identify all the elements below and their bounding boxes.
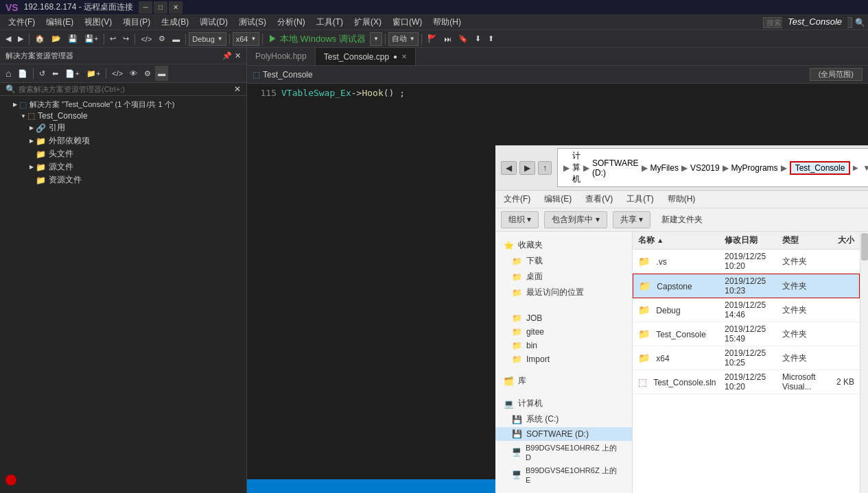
file-row-debug[interactable]: 📁 Debug 2019/12/25 14:46 文件夹 xyxy=(633,298,860,322)
tree-solution[interactable]: ▶ ⬚ 解决方案 "Test_Console" (1 个项目/共 1 个) xyxy=(0,99,246,110)
menu-debug[interactable]: 调试(D) xyxy=(194,15,233,30)
fb-path-expand-dropdown[interactable]: ▼ xyxy=(863,163,868,173)
menu-window[interactable]: 窗口(W) xyxy=(387,15,427,30)
fb-path-vs2019[interactable]: VS2019 xyxy=(690,163,720,173)
fb-menu-file[interactable]: 文件(F) xyxy=(501,192,533,206)
tab-testconsole[interactable]: Test_Console.cpp ● ✕ xyxy=(316,48,416,65)
run-dropdown[interactable]: ▼ xyxy=(370,32,382,46)
file-row-testconsole[interactable]: 📁 Test_Console 2019/12/25 15:49 文件夹 xyxy=(633,322,860,346)
fb-up-button[interactable]: ↑ xyxy=(538,161,552,175)
fb-menu-view[interactable]: 查看(V) xyxy=(583,192,615,206)
scope-selector[interactable]: (全局范围) xyxy=(810,68,863,81)
menu-build[interactable]: 生成(B) xyxy=(156,15,194,30)
fb-nav-network-e[interactable]: 🖥️ B99DGVS4E1OHR6Z 上的 E xyxy=(495,464,632,486)
sidebar-tb-refresh[interactable]: ↺ xyxy=(36,66,48,81)
col-size-header[interactable]: 大小 xyxy=(825,235,854,246)
tab-close-icon[interactable]: ✕ xyxy=(401,53,407,60)
sidebar-search-clear[interactable]: ✕ xyxy=(234,84,241,94)
col-name-header[interactable]: 名称 ▲ xyxy=(638,235,725,246)
menu-project[interactable]: 项目(P) xyxy=(117,15,156,30)
redo-button[interactable]: ↪ xyxy=(120,32,132,47)
platform-dropdown[interactable]: x64 ▼ xyxy=(233,32,260,46)
fb-selected-path[interactable]: Test_Console xyxy=(790,161,851,175)
home-button[interactable]: 🏠 xyxy=(32,32,47,47)
debug-config-dropdown[interactable]: Debug ▼ xyxy=(189,32,226,46)
sidebar-tb-collapse[interactable]: ⬅ xyxy=(49,66,61,81)
file-row-capstone[interactable]: 📁 Capstone 2019/12/25 10:23 文件夹 xyxy=(633,274,860,298)
fb-path-myprograms[interactable]: MyPrograms xyxy=(731,163,778,173)
step-out-button[interactable]: ⬆ xyxy=(485,32,497,47)
open-file-button[interactable]: 📂 xyxy=(49,32,64,47)
fb-menu-help[interactable]: 帮助(H) xyxy=(665,192,699,206)
close-button[interactable]: ✕ xyxy=(169,1,183,14)
fb-nav-bin[interactable]: 📁 bin xyxy=(495,339,632,352)
menu-test[interactable]: 测试(S) xyxy=(233,15,272,30)
tree-resources[interactable]: 📁 资源文件 xyxy=(0,173,246,187)
fb-back-button[interactable]: ◀ xyxy=(501,161,517,175)
save-button[interactable]: 💾 xyxy=(65,32,80,47)
sidebar-tb-code[interactable]: </> xyxy=(109,66,126,81)
menu-tools[interactable]: 工具(T) xyxy=(311,15,349,30)
maximize-button[interactable]: □ xyxy=(154,1,167,14)
undo-button[interactable]: ↩ xyxy=(107,32,119,47)
tree-sources[interactable]: ▶ 📁 源文件 xyxy=(0,160,246,173)
close-sidebar-icon[interactable]: ✕ xyxy=(235,51,241,60)
fb-nav-job[interactable]: 📁 JOB xyxy=(495,311,632,325)
fb-nav-c-drive[interactable]: 💾 系统 (C:) xyxy=(495,411,632,427)
menu-help[interactable]: 帮助(H) xyxy=(427,15,467,30)
fb-include-library-button[interactable]: 包含到库中 ▾ xyxy=(544,211,607,228)
file-row-sln[interactable]: ⬚ Test_Console.sln 2019/12/25 10:20 Micr… xyxy=(633,370,860,394)
fb-nav-d-drive[interactable]: 💾 SOFTWARE (D:) xyxy=(495,427,632,441)
more-button[interactable]: ▬ xyxy=(169,32,183,47)
fb-path-software[interactable]: SOFTWARE (D:) xyxy=(592,158,639,178)
pin-icon[interactable]: 📌 xyxy=(222,51,232,60)
tree-references[interactable]: ▶ 🔗 引用 xyxy=(0,121,246,134)
file-row-x64[interactable]: 📁 x64 2019/12/25 10:25 文件夹 xyxy=(633,346,860,370)
fb-path-myfiles[interactable]: MyFiles xyxy=(650,163,679,173)
menu-extensions[interactable]: 扩展(X) xyxy=(349,15,387,30)
breakpoint-button[interactable]: 🚩 xyxy=(425,32,440,47)
settings-button[interactable]: ⚙ xyxy=(156,32,168,47)
tree-headers[interactable]: 📁 头文件 xyxy=(0,147,246,160)
step-in-button[interactable]: ⬇ xyxy=(472,32,484,47)
sidebar-search-input[interactable] xyxy=(19,85,234,93)
sidebar-tb-preview[interactable]: 👁 xyxy=(127,66,140,81)
fb-nav-import[interactable]: 📁 Import xyxy=(495,352,632,366)
fb-organize-button[interactable]: 组织 ▾ xyxy=(501,211,539,228)
tree-project[interactable]: ▼ ⬚ Test_Console xyxy=(0,110,246,121)
fb-nav-gitee[interactable]: 📁 gitee xyxy=(495,325,632,339)
code-view-button[interactable]: </> xyxy=(138,32,154,47)
sidebar-tb-home[interactable]: ⌂ xyxy=(3,66,14,81)
auto-dropdown[interactable]: 自动 ▼ xyxy=(388,32,419,46)
fb-scrollbar[interactable] xyxy=(860,232,868,493)
menu-file[interactable]: 文件(F) xyxy=(3,15,40,30)
bookmark-button[interactable]: 🔖 xyxy=(456,32,471,47)
sidebar-tb-settings[interactable]: ⚙ xyxy=(141,66,154,81)
fb-menu-tools[interactable]: 工具(T) xyxy=(624,192,656,206)
run-button[interactable]: ▶ 本地 Windows 调试器 xyxy=(266,32,368,47)
sidebar-tb-filter[interactable]: ▬ xyxy=(155,66,168,81)
col-type-header[interactable]: 类型 xyxy=(782,235,825,246)
fb-path-computer[interactable]: 计算机 xyxy=(572,150,580,185)
minimize-button[interactable]: ─ xyxy=(139,1,152,14)
menu-analyze[interactable]: 分析(N) xyxy=(272,15,311,30)
file-row-vs[interactable]: 📁 .vs 2019/12/25 10:20 文件夹 xyxy=(633,250,860,274)
menu-edit[interactable]: 编辑(E) xyxy=(40,15,79,30)
fb-nav-desktop[interactable]: 📁 桌面 xyxy=(495,269,632,285)
tab-polyhook[interactable]: PolyHook.hpp xyxy=(247,48,316,65)
fb-nav-network-d[interactable]: 🖥️ B99DGVS4E1OHR6Z 上的 D xyxy=(495,441,632,464)
fb-nav-downloads[interactable]: 📁 下载 xyxy=(495,253,632,269)
scrollbar-thumb[interactable] xyxy=(861,233,868,261)
sidebar-tb-new-file[interactable]: 📄+ xyxy=(62,66,82,81)
tree-external-deps[interactable]: ▶ 📁 外部依赖项 xyxy=(0,134,246,147)
fb-nav-recent[interactable]: 📁 最近访问的位置 xyxy=(495,285,632,300)
nav-forward-button[interactable]: ▶ xyxy=(15,32,26,47)
fb-share-button[interactable]: 共享 ▾ xyxy=(613,211,650,228)
fb-forward-button[interactable]: ▶ xyxy=(519,161,535,175)
fb-new-folder-button[interactable]: 新建文件夹 xyxy=(656,212,708,228)
save-all-button[interactable]: 💾+ xyxy=(82,32,101,47)
step-over-button[interactable]: ⏭ xyxy=(441,32,454,47)
sidebar-tb-files[interactable]: 📄 xyxy=(15,66,30,81)
col-date-header[interactable]: 修改日期 xyxy=(725,235,782,246)
sidebar-tb-new-folder[interactable]: 📁+ xyxy=(84,66,103,81)
